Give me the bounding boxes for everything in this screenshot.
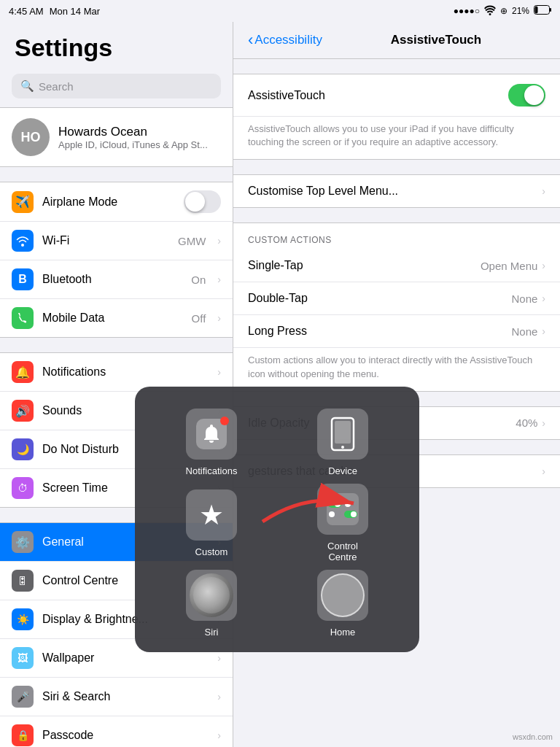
toggle-on2 [344, 511, 357, 518]
popup-toggle-row1 [328, 500, 357, 508]
popup-home-circle [321, 573, 365, 617]
popup-siri-label: Siri [205, 627, 219, 638]
popup-custom-star: ★ [199, 499, 224, 531]
popup-toggle-row2 [328, 511, 357, 518]
toggle-off [344, 500, 357, 508]
popup-item-custom[interactable]: ★ Custom [171, 489, 252, 557]
popup-controlcentre-inner [327, 493, 359, 525]
assistivetouch-popup[interactable]: Notifications Device ★ Custom [135, 387, 419, 652]
popup-siri-inner [193, 577, 230, 614]
popup-item-home[interactable]: Home [303, 570, 383, 638]
popup-device-label: Device [328, 465, 357, 476]
popup-siri-icon-box [186, 570, 237, 621]
svg-rect-6 [335, 421, 351, 444]
popup-siri-circle [190, 573, 233, 617]
popup-notifications-icon-box [186, 409, 237, 460]
popup-notifications-icon [196, 419, 227, 449]
popup-item-siri[interactable]: Siri [171, 570, 252, 638]
svg-point-5 [341, 446, 344, 449]
popup-item-controlcentre[interactable]: ControlCentre [303, 484, 383, 562]
popup-home-icon-box [317, 570, 368, 621]
overlay: Notifications Device ★ Custom [0, 0, 560, 747]
popup-device-icon-box [317, 409, 368, 460]
popup-controlcentre-icon-box [317, 484, 368, 535]
toggle-off2 [328, 511, 341, 518]
notification-dot [220, 417, 229, 425]
popup-home-label: Home [330, 627, 356, 638]
popup-custom-icon-box: ★ [186, 489, 237, 541]
popup-item-notifications[interactable]: Notifications [171, 409, 252, 476]
popup-notifications-label: Notifications [186, 465, 238, 476]
popup-controlcentre-label: ControlCentre [327, 541, 358, 562]
popup-item-device[interactable]: Device [303, 409, 383, 476]
popup-custom-label: Custom [195, 546, 228, 557]
toggle-on [328, 500, 341, 508]
